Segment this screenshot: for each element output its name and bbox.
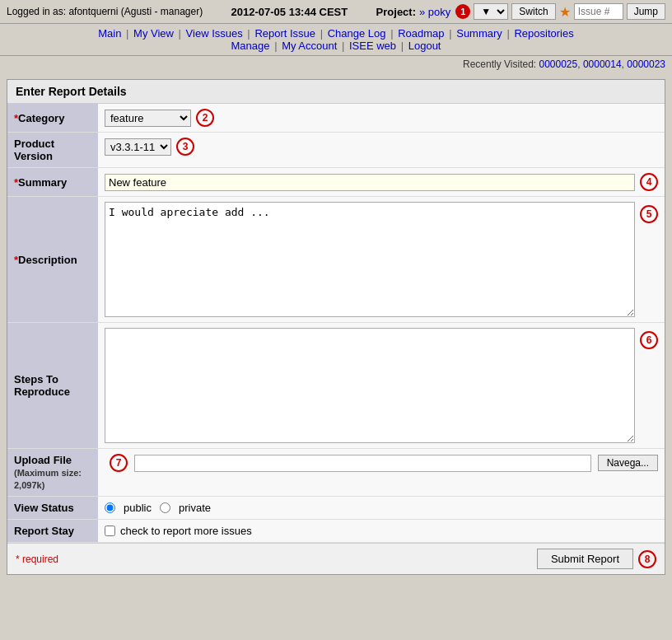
- recent-link-3[interactable]: 0000023: [627, 58, 665, 70]
- nav-bar: Main | My View | View Issues | Report Is…: [0, 24, 672, 56]
- nav-view-issues[interactable]: View Issues: [186, 27, 243, 40]
- description-label: *Description: [7, 197, 98, 323]
- category-select[interactable]: feature bug patch enhancement: [105, 110, 191, 127]
- public-radio[interactable]: [105, 502, 115, 513]
- category-label: *Category: [7, 104, 98, 133]
- upload-note: (Maximum size: 2,097k): [14, 468, 82, 490]
- annotation-6: 6: [640, 331, 658, 349]
- nav-repositories[interactable]: Repositories: [514, 27, 573, 40]
- rss-icon[interactable]: ★: [559, 4, 571, 20]
- required-note: * required: [16, 554, 58, 565]
- private-radio[interactable]: [160, 502, 170, 513]
- steps-textarea[interactable]: [105, 328, 635, 443]
- nav-report-issue[interactable]: Report Issue: [254, 27, 315, 40]
- report-stay-checkbox[interactable]: [105, 526, 115, 536]
- steps-row: Steps To Reproduce 6: [7, 323, 665, 449]
- report-stay-check-label: check to report more issues: [120, 525, 252, 537]
- report-stay-input-cell: check to report more issues: [98, 520, 665, 543]
- product-version-label: ProductVersion: [7, 133, 98, 168]
- nav-my-view[interactable]: My View: [133, 27, 174, 40]
- annotation-4: 4: [640, 173, 658, 191]
- product-version-row: ProductVersion v3.3.1-11 v3.3.0 v3.2.0 3: [7, 133, 665, 168]
- category-row: *Category feature bug patch enhancement …: [7, 104, 665, 133]
- summary-input-cell: 4: [98, 168, 665, 197]
- recently-visited-label: Recently Visited:: [463, 58, 536, 70]
- view-status-label: View Status: [7, 497, 98, 520]
- project-link[interactable]: » poky: [419, 6, 450, 18]
- private-label: private: [179, 502, 211, 514]
- upload-row: Upload File (Maximum size: 2,097k) 7 Nav…: [7, 449, 665, 497]
- datetime-text: 2012-07-05 13:44 CEST: [231, 6, 348, 18]
- nav-logout[interactable]: Logout: [408, 40, 441, 52]
- recently-visited: Recently Visited: 0000025, 0000014, 0000…: [0, 56, 672, 72]
- product-version-input-cell: v3.3.1-11 v3.3.0 v3.2.0 3: [98, 133, 665, 168]
- description-textarea[interactable]: I would apreciate add ...: [105, 202, 635, 317]
- report-form: *Category feature bug patch enhancement …: [7, 104, 665, 543]
- report-stay-label: Report Stay: [7, 520, 98, 543]
- upload-label: Upload File (Maximum size: 2,097k): [7, 449, 98, 497]
- steps-input-cell: 6: [98, 323, 665, 449]
- summary-input[interactable]: [105, 174, 635, 191]
- view-status-radio-group: public private: [105, 502, 658, 514]
- public-label: public: [124, 502, 152, 514]
- form-header: Enter Report Details: [7, 80, 665, 104]
- main-content: Enter Report Details *Category feature b…: [7, 79, 665, 575]
- view-status-row: View Status public private: [7, 497, 665, 520]
- navega-button[interactable]: Navega...: [598, 455, 658, 471]
- upload-label-text: Upload File: [14, 454, 72, 466]
- nav-my-account[interactable]: My Account: [282, 40, 337, 52]
- nav-summary[interactable]: Summary: [456, 27, 502, 40]
- logged-in-text: Logged in as: afontquerni (Agusti - mana…: [7, 6, 203, 17]
- project-label: Project:: [376, 6, 416, 18]
- nav-roadmap[interactable]: Roadmap: [398, 27, 444, 40]
- annotation-2: 2: [196, 109, 214, 127]
- category-input-cell: feature bug patch enhancement 2: [98, 104, 665, 133]
- view-status-input-cell: public private: [98, 497, 665, 520]
- recent-link-2[interactable]: 0000014: [583, 58, 622, 70]
- nav-main[interactable]: Main: [98, 27, 121, 40]
- product-version-select[interactable]: v3.3.1-11 v3.3.0 v3.2.0: [105, 138, 171, 156]
- nav-isee-web[interactable]: ISEE web: [349, 40, 396, 52]
- report-stay-row: Report Stay check to report more issues: [7, 520, 665, 543]
- recent-link-1[interactable]: 0000025: [539, 58, 578, 70]
- nav-change-log[interactable]: Change Log: [328, 27, 386, 40]
- jump-button[interactable]: Jump: [627, 3, 665, 20]
- upload-input-cell: 7 Navega...: [98, 449, 665, 497]
- annotation-8: 8: [638, 550, 656, 568]
- project-area: Project: » poky 1 ▼ Switch ★ Jump: [376, 3, 665, 20]
- annotation-5: 5: [640, 205, 658, 223]
- steps-label: Steps To Reproduce: [7, 323, 98, 449]
- top-bar: Logged in as: afontquerni (Agusti - mana…: [0, 0, 672, 24]
- switch-button[interactable]: Switch: [511, 3, 555, 20]
- report-stay-checkbox-group: check to report more issues: [105, 525, 658, 537]
- nav-manage[interactable]: Manage: [231, 40, 270, 52]
- submit-button[interactable]: Submit Report: [537, 549, 633, 569]
- file-path-input[interactable]: [134, 455, 591, 472]
- project-dropdown[interactable]: ▼: [474, 3, 508, 20]
- annotation-3: 3: [176, 138, 194, 156]
- summary-label: *Summary: [7, 168, 98, 197]
- submit-row: * required Submit Report 8: [7, 543, 665, 574]
- annotation-7: 7: [110, 454, 128, 472]
- description-input-cell: I would apreciate add ... 5: [98, 197, 665, 323]
- annotation-1: 1: [455, 4, 470, 19]
- issue-number-input[interactable]: [574, 3, 623, 20]
- summary-row: *Summary 4: [7, 168, 665, 197]
- description-row: *Description I would apreciate add ... 5: [7, 197, 665, 323]
